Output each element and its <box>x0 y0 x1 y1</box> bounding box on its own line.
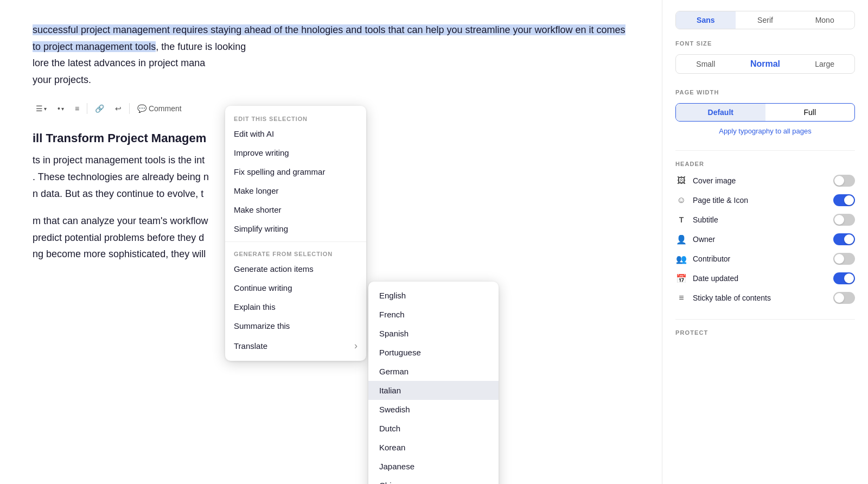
selected-text: successful project management requires s… <box>33 24 626 52</box>
language-dutch[interactable]: Dutch <box>368 419 499 438</box>
font-serif-button[interactable]: Serif <box>736 11 795 29</box>
make-longer-item[interactable]: Make longer <box>225 181 366 200</box>
apply-typography-link[interactable]: Apply typography to all pages <box>675 127 855 135</box>
sticky-toc-toggle[interactable] <box>833 292 855 304</box>
page-title-label: ☺ Page title & Icon <box>675 195 748 205</box>
font-sans-button[interactable]: Sans <box>676 11 736 29</box>
translate-item[interactable]: Translate <box>225 335 366 356</box>
contributor-icon: 👥 <box>675 254 687 264</box>
subtitle-icon: T <box>675 215 687 224</box>
font-size-selector: Small Normal Large <box>675 54 855 74</box>
owner-label: 👤 Owner <box>675 234 715 245</box>
contributor-label: 👥 Contributor <box>675 254 730 264</box>
language-french[interactable]: French <box>368 305 499 324</box>
generate-section-label: GENERATE FROM SELECTION <box>225 245 366 259</box>
page-width-selector: Default Full <box>675 103 855 122</box>
context-menu-container: EDIT THIS SELECTION Edit with AI Improve… <box>225 106 499 361</box>
main-content: successful project management requires s… <box>0 0 662 484</box>
page-width-section: Page Width Default Full Apply typography… <box>675 89 855 135</box>
contributor-toggle[interactable] <box>833 253 855 265</box>
fix-spelling-item[interactable]: Fix spelling and grammar <box>225 162 366 181</box>
page-width-label: Page Width <box>675 89 855 95</box>
generate-action-items-item[interactable]: Generate action items <box>225 259 366 278</box>
edit-with-ai-item[interactable]: Edit with AI <box>225 124 366 143</box>
font-size-section: Font Size Small Normal Large <box>675 40 855 74</box>
font-mono-button[interactable]: Mono <box>795 11 854 29</box>
comment-button[interactable]: 💬 Comment <box>134 102 185 115</box>
subtitle-label: T Subtitle <box>675 215 718 224</box>
protect-divider <box>675 319 855 320</box>
language-japanese[interactable]: Japanese <box>368 457 499 476</box>
language-german[interactable]: German <box>368 362 499 381</box>
make-shorter-item[interactable]: Make shorter <box>225 200 366 219</box>
header-section-title: HEADER <box>675 161 855 167</box>
language-italian[interactable]: Italian <box>368 381 499 400</box>
date-updated-icon: 📅 <box>675 273 687 284</box>
sticky-toc-row: ≡ Sticky table of contents <box>675 292 855 304</box>
summarize-this-item[interactable]: Summarize this <box>225 316 366 335</box>
language-chinese[interactable]: Chinese <box>368 476 499 484</box>
cover-image-toggle[interactable] <box>833 175 855 187</box>
toolbar-divider-1 <box>87 103 87 114</box>
page-title-toggle[interactable] <box>833 194 855 206</box>
page-width-full-button[interactable]: Full <box>765 104 855 121</box>
sticky-toc-label: ≡ Sticky table of contents <box>675 293 771 303</box>
cover-image-label: 🖼 Cover image <box>675 176 736 186</box>
page-title-row: ☺ Page title & Icon <box>675 194 855 206</box>
link-button[interactable]: 🔗 <box>92 102 107 115</box>
toolbar-divider-2 <box>129 103 130 114</box>
language-submenu: English French Spanish Portuguese German… <box>368 282 499 484</box>
font-type-selector: Sans Serif Mono <box>675 11 855 29</box>
owner-row: 👤 Owner <box>675 233 855 245</box>
owner-icon: 👤 <box>675 234 687 245</box>
indent-button[interactable]: ≡ <box>72 102 82 115</box>
protect-label: PROTECT <box>675 329 855 336</box>
font-size-label: Font Size <box>675 40 855 47</box>
language-korean[interactable]: Korean <box>368 438 499 457</box>
sticky-toc-icon: ≡ <box>675 293 687 303</box>
improve-writing-item[interactable]: Improve writing <box>225 143 366 162</box>
language-swedish[interactable]: Swedish <box>368 400 499 419</box>
undo-button[interactable]: ↩ <box>112 102 125 115</box>
edit-section-label: EDIT THIS SELECTION <box>225 110 366 124</box>
date-updated-row: 📅 Date updated <box>675 272 855 284</box>
font-normal-button[interactable]: Normal <box>736 55 795 73</box>
right-panel: Sans Serif Mono Font Size Small Normal L… <box>662 0 868 484</box>
menu-divider <box>225 241 366 242</box>
simplify-writing-item[interactable]: Simplify writing <box>225 219 366 238</box>
font-large-button[interactable]: Large <box>795 55 854 73</box>
subtitle-row: T Subtitle <box>675 214 855 226</box>
section-divider <box>675 150 855 151</box>
cover-image-icon: 🖼 <box>675 176 687 186</box>
language-portuguese[interactable]: Portuguese <box>368 343 499 362</box>
explain-this-item[interactable]: Explain this <box>225 297 366 316</box>
cover-image-row: 🖼 Cover image <box>675 175 855 187</box>
edit-context-menu: EDIT THIS SELECTION Edit with AI Improve… <box>225 106 366 361</box>
document-paragraph-1: successful project management requires s… <box>33 22 629 88</box>
contributor-row: 👥 Contributor <box>675 253 855 265</box>
subtitle-toggle[interactable] <box>833 214 855 226</box>
page-width-default-button[interactable]: Default <box>676 104 765 121</box>
language-english[interactable]: English <box>368 286 499 305</box>
owner-toggle[interactable] <box>833 233 855 245</box>
header-section: HEADER 🖼 Cover image ☺ Page title & Icon… <box>675 161 855 304</box>
language-spanish[interactable]: Spanish <box>368 324 499 343</box>
date-updated-toggle[interactable] <box>833 272 855 284</box>
continue-writing-item[interactable]: Continue writing <box>225 278 366 297</box>
font-small-button[interactable]: Small <box>676 55 736 73</box>
list-button[interactable]: • ▾ <box>54 102 67 115</box>
page-title-icon: ☺ <box>675 195 687 205</box>
align-button[interactable]: ☰ ▾ <box>33 102 50 115</box>
document-area: successful project management requires s… <box>0 0 662 295</box>
date-updated-label: 📅 Date updated <box>675 273 738 284</box>
